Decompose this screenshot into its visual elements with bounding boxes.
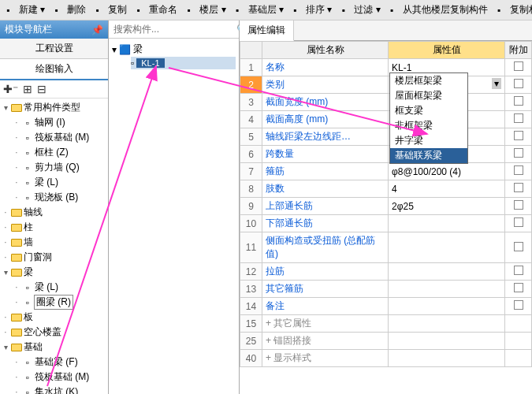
prop-value[interactable] bbox=[389, 263, 505, 281]
nav-pin-icon[interactable]: 📌 bbox=[91, 24, 103, 35]
tree-node[interactable]: ·▫现浇板 (B) bbox=[13, 190, 108, 205]
prop-row[interactable]: 25+ 锚固搭接 bbox=[240, 333, 532, 350]
prop-row[interactable]: 3截面宽度 (mm) bbox=[240, 94, 532, 111]
tree-node[interactable]: ·▫轴网 (I) bbox=[13, 115, 108, 130]
toolbar-copyfrom[interactable]: ▪从其他楼层复制构件 bbox=[387, 2, 491, 18]
tree-node[interactable]: ·▫框柱 (Z) bbox=[13, 145, 108, 160]
comp-item-kl1[interactable]: ▫ KL-1 bbox=[131, 57, 236, 69]
attach-checkbox[interactable] bbox=[514, 79, 523, 88]
tab-property-edit[interactable]: 属性编辑 bbox=[240, 20, 294, 41]
tree-node[interactable]: ·▫筏板基础 (M) bbox=[13, 370, 108, 385]
prop-value[interactable]: 2φ25 bbox=[389, 198, 505, 215]
attach-checkbox[interactable] bbox=[514, 165, 523, 175]
prop-value[interactable] bbox=[389, 232, 505, 263]
attach-checkbox[interactable] bbox=[514, 217, 523, 227]
tree-add-icon[interactable]: ✚⁻ bbox=[3, 83, 18, 95]
tree-node[interactable]: ·空心楼盖 bbox=[2, 325, 108, 340]
tree-node[interactable]: ·柱 bbox=[2, 220, 108, 235]
attach-checkbox[interactable] bbox=[514, 183, 523, 192]
tree-node[interactable]: ·墙 bbox=[2, 235, 108, 250]
prop-row[interactable]: 8肢数4 bbox=[240, 180, 532, 198]
prop-value[interactable] bbox=[389, 315, 505, 333]
category-dropdown[interactable]: 楼层框架梁屋面框架梁框支梁非框架梁井字梁基础联系梁 bbox=[389, 72, 468, 164]
comp-root-beam[interactable]: ▾ 🟦 梁 bbox=[112, 42, 236, 57]
prop-value[interactable] bbox=[389, 333, 505, 350]
attach-checkbox[interactable] bbox=[514, 242, 523, 251]
toolbar-filter[interactable]: ▪过滤 ▾ bbox=[338, 2, 383, 18]
toolbar-new[interactable]: ▪新建 ▾ bbox=[3, 2, 48, 18]
prop-row[interactable]: 10下部通长筋 bbox=[240, 215, 532, 232]
prop-value[interactable] bbox=[389, 215, 505, 232]
prop-row[interactable]: 9上部通长筋2φ25 bbox=[240, 198, 532, 215]
tree-node[interactable]: ▾常用构件类型 bbox=[2, 100, 108, 115]
prop-value[interactable] bbox=[389, 298, 505, 315]
toolbar-rename[interactable]: ▪重命名 bbox=[133, 2, 180, 18]
tree-label: 轴线 bbox=[24, 206, 43, 219]
prop-value[interactable] bbox=[389, 281, 505, 298]
toolbar-copycomp[interactable]: ▪复制构件 bbox=[494, 2, 532, 18]
dropdown-option[interactable]: 井字梁 bbox=[390, 133, 467, 148]
folder-icon bbox=[11, 342, 22, 353]
prop-value[interactable] bbox=[389, 350, 505, 367]
tree-node[interactable]: ·▫剪力墙 (Q) bbox=[13, 160, 108, 175]
tree-node[interactable]: ·▫梁 (L) bbox=[13, 280, 108, 295]
prop-row[interactable]: 5轴线距梁左边线距… bbox=[240, 128, 532, 146]
search-input[interactable] bbox=[109, 20, 236, 38]
attach-checkbox[interactable] bbox=[514, 148, 523, 158]
tree-node[interactable]: ·门窗洞 bbox=[2, 250, 108, 265]
attach-checkbox[interactable] bbox=[514, 96, 523, 106]
attach-checkbox[interactable] bbox=[514, 113, 523, 123]
attach-checkbox[interactable] bbox=[514, 61, 523, 71]
expand-icon[interactable]: + bbox=[266, 352, 271, 363]
tree-node[interactable]: ·▫基础梁 (F) bbox=[13, 355, 108, 370]
dropdown-option[interactable]: 基础联系梁 bbox=[390, 148, 467, 163]
tree-node[interactable]: ·▫圈梁 (R) bbox=[13, 295, 108, 310]
tree-expand-icon[interactable]: ⊞ bbox=[23, 83, 32, 95]
tree-node[interactable]: ▾基础 bbox=[2, 340, 108, 355]
attach-checkbox[interactable] bbox=[514, 283, 523, 292]
attach-checkbox[interactable] bbox=[514, 300, 523, 310]
dropdown-icon[interactable]: ▾ bbox=[492, 78, 501, 89]
prop-row[interactable]: 2类别基础联系梁 ▾ bbox=[240, 76, 532, 94]
expand-icon[interactable]: + bbox=[266, 318, 271, 329]
prop-name: 箍筋 bbox=[262, 163, 389, 180]
prop-row[interactable]: 40+ 显示样式 bbox=[240, 350, 532, 367]
prop-name: 备注 bbox=[262, 298, 389, 315]
prop-row[interactable]: 14备注 bbox=[240, 298, 532, 315]
prop-row[interactable]: 4截面高度 (mm) bbox=[240, 111, 532, 128]
prop-row[interactable]: 11侧面构造或受扭筋 (总配筋值) bbox=[240, 232, 532, 263]
toolbar-copy[interactable]: ▪复制 bbox=[92, 2, 130, 18]
toolbar-del[interactable]: ▪删除 bbox=[51, 2, 89, 18]
tree-node[interactable]: ·板 bbox=[2, 310, 108, 325]
tree-node[interactable]: ·▫集水坑 (K) bbox=[13, 385, 108, 394]
tree-collapse-icon[interactable]: ⊟ bbox=[37, 83, 47, 95]
dropdown-option[interactable]: 屋面框架梁 bbox=[390, 88, 467, 103]
tree-node[interactable]: ·轴线 bbox=[2, 205, 108, 220]
attach-checkbox[interactable] bbox=[514, 266, 523, 275]
toolbar-sort[interactable]: ▪排序 ▾ bbox=[290, 2, 335, 18]
tree-label: 集水坑 (K) bbox=[35, 385, 78, 394]
folder-icon bbox=[11, 207, 22, 218]
dropdown-option[interactable]: 框支梁 bbox=[390, 103, 467, 118]
toolbar-floor[interactable]: ▪楼层 ▾ bbox=[184, 2, 229, 18]
prop-row[interactable]: 12拉筋 bbox=[240, 263, 532, 281]
prop-row[interactable]: 13其它箍筋 bbox=[240, 281, 532, 298]
attach-checkbox[interactable] bbox=[514, 200, 523, 210]
prop-value[interactable]: φ8@100/200 (4) bbox=[389, 163, 505, 180]
dropdown-option[interactable]: 楼层框架梁 bbox=[390, 73, 467, 88]
tab-project-settings[interactable]: 工程设置 bbox=[0, 39, 108, 59]
tree-node[interactable]: ▾梁 bbox=[2, 265, 108, 280]
expand-icon[interactable]: + bbox=[266, 335, 271, 346]
tree-node[interactable]: ·▫筏板基础 (M) bbox=[13, 130, 108, 145]
prop-row[interactable]: 1名称KL-1 bbox=[240, 59, 532, 76]
tree-node[interactable]: ·▫梁 (L) bbox=[13, 175, 108, 190]
attach-checkbox[interactable] bbox=[514, 131, 523, 140]
prop-row[interactable]: 6跨数量 bbox=[240, 146, 532, 163]
prop-row[interactable]: 7箍筋φ8@100/200 (4) bbox=[240, 163, 532, 180]
prop-value[interactable]: 4 bbox=[389, 180, 505, 198]
prop-row[interactable]: 15+ 其它属性 bbox=[240, 315, 532, 333]
component-tree[interactable]: ▾常用构件类型·▫轴网 (I)·▫筏板基础 (M)·▫框柱 (Z)·▫剪力墙 (… bbox=[0, 98, 108, 394]
tab-draw-input[interactable]: 绘图输入 bbox=[0, 59, 108, 80]
dropdown-option[interactable]: 非框架梁 bbox=[390, 118, 467, 133]
toolbar-base[interactable]: ▪基础层 ▾ bbox=[233, 2, 287, 18]
